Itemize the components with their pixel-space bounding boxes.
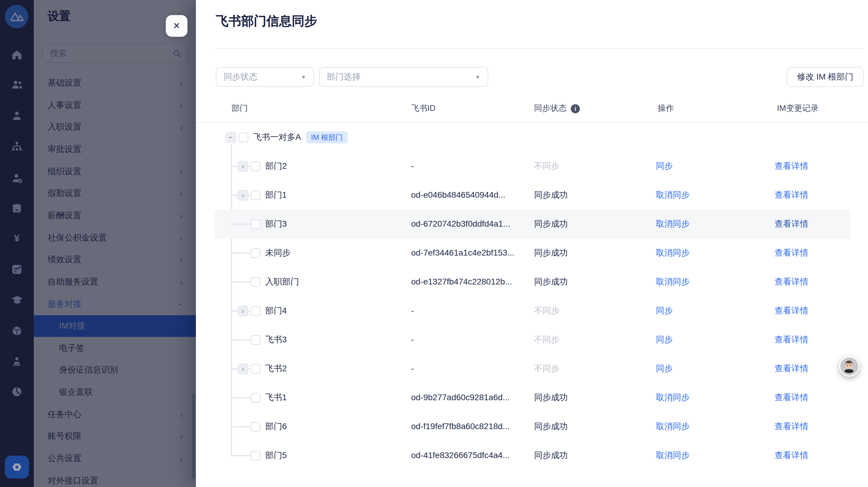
pie-chart-icon[interactable]: [0, 383, 34, 401]
department-name: 部门4: [265, 306, 287, 316]
table-row-飞书3: 飞书3-不同步同步查看详情: [196, 326, 868, 355]
department-select[interactable]: 部门选择 ▼: [319, 67, 488, 87]
department-name: 部门6: [265, 421, 287, 432]
sync-status: 同步成功: [534, 248, 568, 258]
row-checkbox[interactable]: [251, 161, 260, 171]
view-details-link[interactable]: 查看详情: [775, 450, 808, 461]
sync-status: 同步成功: [534, 277, 568, 287]
cancel-sync-link[interactable]: 取消同步: [656, 392, 689, 403]
sync-status: 不同步: [534, 306, 559, 316]
view-details-link[interactable]: 查看详情: [775, 219, 808, 230]
department-name: 部门1: [265, 190, 287, 201]
sync-link[interactable]: 同步: [656, 306, 673, 316]
cancel-sync-link[interactable]: 取消同步: [656, 219, 689, 230]
department-name: 未同步: [265, 248, 290, 258]
feishu-id: -: [411, 306, 414, 315]
view-details-link[interactable]: 查看详情: [775, 421, 808, 432]
row-checkbox[interactable]: [239, 132, 248, 142]
table-row-入职部门: 入职部门od-e1327fb474c228012b...同步成功取消同步查看详情: [196, 268, 868, 297]
row-checkbox[interactable]: [251, 422, 260, 431]
feishu-id: od-e1327fb474c228012b...: [411, 277, 512, 286]
department-name: 入职部门: [265, 277, 299, 287]
department-name: 飞书2: [265, 363, 287, 374]
package-icon[interactable]: [0, 322, 34, 340]
view-details-link[interactable]: 查看详情: [775, 248, 808, 258]
row-checkbox[interactable]: [251, 393, 260, 403]
user-icon[interactable]: [0, 107, 34, 125]
settings-gear-tile[interactable]: [5, 456, 29, 479]
sync-status: 同步成功: [534, 421, 568, 432]
cancel-sync-link[interactable]: 取消同步: [656, 421, 689, 432]
sync-link[interactable]: 同步: [656, 363, 673, 374]
col-department: 部门: [231, 103, 248, 114]
row-checkbox[interactable]: [251, 451, 260, 460]
table-row-未同步: 未同步od-7ef34461a1c4e2bf153...同步成功取消同步查看详情: [196, 239, 868, 268]
sync-status: 不同步: [534, 335, 559, 345]
table-row-部门5: 部门5od-41fe83266675dfc4a4...同步成功取消同步查看详情: [196, 441, 868, 470]
feishu-id: -: [411, 363, 414, 373]
sync-link[interactable]: 同步: [656, 161, 673, 172]
home-icon[interactable]: [0, 46, 34, 64]
user-add-icon[interactable]: [0, 169, 34, 187]
expand-row-button[interactable]: ›: [238, 363, 248, 374]
feishu-id: -: [411, 335, 414, 344]
sync-status: 同步成功: [534, 190, 568, 201]
view-details-link[interactable]: 查看详情: [775, 335, 808, 345]
app-logo[interactable]: [5, 5, 28, 28]
expand-row-button[interactable]: ›: [238, 306, 248, 316]
org-structure-icon[interactable]: [0, 138, 34, 155]
close-button[interactable]: ✕: [166, 15, 187, 37]
cancel-sync-link[interactable]: 取消同步: [656, 248, 689, 258]
sync-status-select[interactable]: 同步状态 ▼: [216, 67, 314, 87]
view-details-link[interactable]: 查看详情: [775, 306, 808, 316]
department-placeholder: 部门选择: [327, 71, 361, 82]
row-checkbox[interactable]: [251, 306, 260, 316]
department-name: 飞书1: [265, 392, 287, 403]
education-cap-icon[interactable]: [0, 291, 34, 309]
table-row-部门3: 部门3od-6720742b3f0ddfd4a1...同步成功取消同步查看详情: [214, 210, 850, 239]
feishu-id: od-9b277ad60c9281a6d...: [411, 392, 510, 402]
view-details-link[interactable]: 查看详情: [775, 392, 808, 403]
sync-status: 不同步: [534, 161, 559, 172]
cancel-sync-link[interactable]: 取消同步: [656, 450, 689, 461]
team-icon[interactable]: [0, 75, 34, 93]
col-im-records: IM变更记录: [777, 103, 818, 114]
department-name: 部门3: [265, 219, 287, 230]
tree-branch-line: [231, 252, 250, 253]
tree-branch-line: [231, 397, 250, 398]
row-checkbox[interactable]: [251, 219, 260, 229]
sync-link[interactable]: 同步: [656, 335, 673, 345]
feishu-id: od-f19fef7fb8a60c8218d...: [411, 421, 510, 431]
id-badge-icon[interactable]: [0, 352, 34, 370]
modal-scrim: [34, 0, 196, 487]
department-name: 飞书3: [265, 335, 287, 345]
row-checkbox[interactable]: [251, 277, 260, 287]
tree-branch-line: [231, 426, 250, 427]
view-details-link[interactable]: 查看详情: [775, 363, 808, 374]
row-checkbox[interactable]: [251, 248, 260, 258]
collapse-row-button[interactable]: ›: [225, 132, 236, 143]
view-details-link[interactable]: 查看详情: [775, 277, 808, 287]
sync-status: 不同步: [534, 363, 559, 374]
cancel-sync-link[interactable]: 取消同步: [656, 190, 689, 201]
expand-row-button[interactable]: ›: [238, 190, 248, 201]
performance-chart-icon[interactable]: [0, 261, 34, 278]
row-checkbox[interactable]: [251, 364, 260, 374]
cancel-sync-link[interactable]: 取消同步: [656, 277, 689, 287]
modify-im-root-button[interactable]: 修改 IM 根部门: [786, 67, 864, 87]
currency-yen-icon[interactable]: ¥: [0, 230, 34, 248]
col-actions: 操作: [658, 103, 674, 114]
table-row-飞书1: 飞书1od-9b277ad60c9281a6d...同步成功取消同步查看详情: [196, 383, 868, 412]
expand-row-button[interactable]: ›: [238, 161, 248, 172]
info-icon[interactable]: i: [571, 104, 580, 113]
feishu-id: od-e046b4846540944d...: [411, 190, 505, 200]
col-sync-status: 同步状态i: [534, 103, 580, 114]
tree-branch-line: [231, 455, 250, 456]
row-checkbox[interactable]: [251, 335, 260, 345]
view-details-link[interactable]: 查看详情: [775, 161, 808, 172]
calendar-icon[interactable]: [0, 199, 34, 217]
page-title: 飞书部门信息同步: [216, 13, 317, 30]
user-avatar[interactable]: [839, 356, 860, 377]
view-details-link[interactable]: 查看详情: [775, 190, 808, 201]
row-checkbox[interactable]: [251, 190, 260, 200]
